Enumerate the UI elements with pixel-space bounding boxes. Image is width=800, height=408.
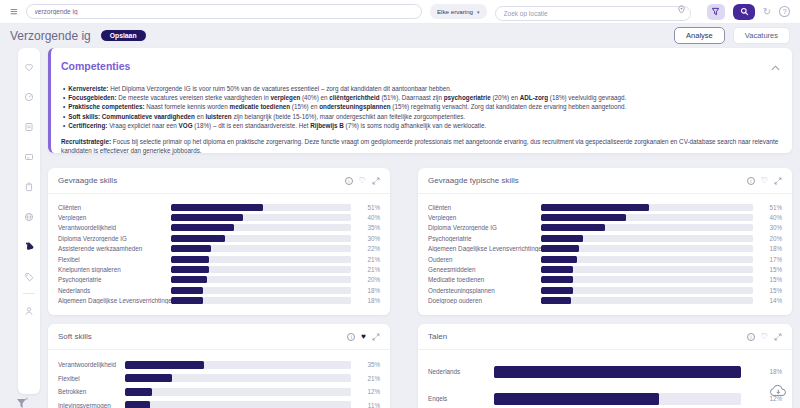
bar-row: Engels12%	[428, 385, 782, 408]
bar-fill	[541, 297, 571, 304]
bar-label: Algemeen Dagelijkse Levensverrichtingen.…	[428, 245, 541, 252]
tag-icon[interactable]	[24, 271, 35, 282]
clipboard-icon[interactable]	[24, 181, 35, 192]
bar-row: Ondersteuningsplannen15%	[428, 285, 782, 295]
bar-label: Flexibel	[58, 375, 125, 382]
save-badge-button[interactable]: Opslaan	[101, 30, 146, 41]
bar-row: Doelgroep ouderen14%	[428, 296, 782, 306]
favorite-heart-icon[interactable]: ♡	[761, 333, 768, 341]
bar-row: Psychogeriatrie20%	[58, 275, 380, 285]
analyse-button[interactable]: Analyse	[674, 27, 725, 44]
bar-row: Verantwoordelijkheid35%	[58, 358, 380, 372]
competentie-bullet: •Certificering: Vraag expliciet naar een…	[61, 121, 780, 130]
info-icon[interactable]: i	[345, 177, 353, 185]
location-pin-icon	[677, 5, 686, 14]
location-search-input[interactable]	[495, 6, 691, 21]
bar-row: Betrokken12%	[58, 385, 380, 399]
experience-dropdown[interactable]: Elke ervaring ▾	[430, 4, 487, 19]
experience-dropdown-label: Elke ervaring	[437, 8, 473, 15]
bar-row: Inlevingsvermogen11%	[58, 399, 380, 408]
bar-row: Cliënten51%	[58, 202, 380, 212]
bar-label: Knelpunten signaleren	[58, 266, 171, 273]
info-icon[interactable]: i	[747, 333, 755, 341]
bar-track	[171, 256, 351, 263]
bar-label: Verplegen	[58, 214, 171, 221]
card-icon[interactable]	[24, 151, 35, 162]
dashboard-icon[interactable]	[24, 91, 35, 102]
bar-fill	[541, 256, 577, 263]
user-icon[interactable]	[24, 305, 35, 316]
recruitment-tip: Recruitstrategie: Focus bij selectie pri…	[61, 137, 780, 155]
bar-row: Diploma Verzorgende IG30%	[58, 233, 380, 243]
bar-label: Diploma Verzorgende IG	[58, 235, 171, 242]
bar-value: 21%	[358, 266, 380, 273]
bar-track	[171, 297, 351, 304]
bar-label: Verplegen	[428, 214, 541, 221]
chart-card-talen: Talen i ♡ Nederlands18%Engels12%	[418, 324, 792, 408]
puzzle-icon-active[interactable]	[24, 241, 35, 252]
bar-value: 40%	[358, 214, 380, 221]
chart-card-gevraagde-typische-skills: Gevraagde typische skills i ♡ Cliënten51…	[418, 168, 792, 315]
bar-track	[541, 276, 753, 283]
competenties-title: Competenties	[61, 60, 130, 72]
search-button[interactable]	[733, 4, 755, 20]
bar-track	[541, 204, 753, 211]
bar-track	[171, 266, 351, 273]
bar-value: 15%	[760, 287, 782, 294]
filter-funnel-icon[interactable]	[16, 397, 29, 408]
cloud-download-icon[interactable]	[769, 383, 788, 398]
charts-grid: Gevraagde skills i ♡ Cliënten51%Verplege…	[48, 168, 792, 408]
help-icon[interactable]: ?	[779, 6, 790, 17]
expand-icon[interactable]	[774, 177, 782, 185]
bar-track	[171, 276, 351, 283]
bar-row: Verplegen40%	[58, 212, 380, 222]
bar-track	[541, 214, 753, 221]
sidebar-divider	[23, 293, 35, 294]
bar-fill	[541, 245, 579, 252]
bar-label: Verantwoordelijkheid	[58, 224, 171, 231]
keyword-search-input[interactable]	[26, 4, 422, 19]
info-icon[interactable]: i	[747, 177, 755, 185]
bar-track	[171, 214, 351, 221]
info-icon[interactable]: i	[347, 333, 355, 341]
favorite-heart-icon[interactable]: ♡	[761, 177, 768, 185]
bar-track	[494, 393, 741, 405]
bar-fill	[541, 287, 573, 294]
competentie-bullet: •Kernvereiste: Het Diploma Verzorgende I…	[61, 84, 780, 93]
menu-icon[interactable]: ≡	[10, 5, 18, 18]
filter-button[interactable]	[707, 4, 726, 20]
globe-icon[interactable]	[24, 211, 35, 222]
vacatures-button[interactable]: Vacatures	[733, 27, 790, 44]
refresh-icon[interactable]: ↻	[763, 7, 771, 17]
bar-row: Cliënten51%	[428, 202, 782, 212]
bar-label: Medicatie toedienen	[428, 276, 541, 283]
bar-fill	[541, 266, 573, 273]
expand-icon[interactable]	[774, 333, 782, 341]
bar-value: 20%	[358, 276, 380, 283]
bar-label: Cliënten	[428, 204, 541, 211]
bar-label: Nederlands	[58, 287, 171, 294]
bar-track	[125, 361, 351, 369]
heart-icon[interactable]	[24, 61, 35, 72]
expand-icon[interactable]	[372, 333, 380, 341]
chevron-up-icon[interactable]	[771, 57, 780, 75]
favorite-heart-icon[interactable]: ♥	[361, 333, 366, 341]
chevron-down-icon: ▾	[477, 9, 480, 15]
report-icon[interactable]	[24, 121, 35, 132]
chart-card-gevraagde-skills: Gevraagde skills i ♡ Cliënten51%Verplege…	[48, 168, 390, 315]
bar-track	[541, 245, 753, 252]
bar-fill	[541, 235, 583, 242]
bar-fill	[171, 245, 211, 252]
favorite-heart-icon[interactable]: ♡	[359, 177, 366, 185]
competenties-list: •Kernvereiste: Het Diploma Verzorgende I…	[61, 84, 780, 130]
bar-fill	[541, 224, 605, 231]
bar-value: 12%	[358, 388, 380, 395]
bar-fill	[494, 366, 741, 378]
bar-value: 22%	[358, 245, 380, 252]
bar-row: Ouderen17%	[428, 254, 782, 264]
bar-row: Nederlands18%	[428, 358, 782, 385]
bar-track	[171, 204, 351, 211]
expand-icon[interactable]	[372, 177, 380, 185]
bar-fill	[541, 276, 573, 283]
sidebar	[18, 48, 40, 394]
